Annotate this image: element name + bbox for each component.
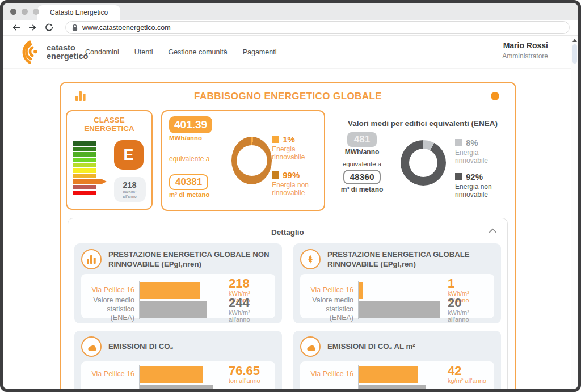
window-maximize-dot[interactable] [33, 9, 39, 15]
bar-chart: Via Pellice 16 42kg/m² all'anno Valore m… [300, 361, 494, 392]
browser-window: Catasto Energetico www.catastoenergetico… [0, 0, 581, 392]
bar-valore-medio [140, 301, 207, 318]
detail-card-co2-m2: EMISSIONI DI CO₂ AL m² Via Pellice 16 42… [293, 331, 501, 392]
logo-icon [16, 39, 44, 65]
user-role: Amministratore [502, 52, 548, 60]
detail-card-epgl-nren: PRESTAZIONE ENERGETICA GLOBALE NON RINNO… [74, 243, 282, 323]
page-scrollbar[interactable] [571, 36, 578, 389]
main-nav: Condomini Utenti Gestione comunità Pagam… [85, 36, 276, 69]
logo-text: catasto energetico [47, 44, 88, 61]
legend-renewable: 1% Energiarinnovabile [272, 134, 317, 162]
building-consumption-card: 401.39 MWh/anno equivalente a 40381 m³ d… [161, 110, 325, 211]
page-body: FABBISOGNO ENERGETICO GLOBALE CLASSE ENE… [3, 69, 578, 389]
dettaglio-title: Dettaglio [271, 228, 304, 237]
detail-card-title: EMISSIONI DI CO₂ [108, 342, 173, 351]
window-close-dot[interactable] [10, 9, 16, 15]
bar-valore-medio [359, 385, 426, 392]
browser-toolbar: www.catastoenergetico.com [3, 20, 578, 36]
enea-values: 481 MWh/anno equivalente a 48360 m³ di m… [334, 132, 390, 206]
enea-donut-chart [401, 140, 446, 186]
energy-class-badge: E [114, 140, 144, 170]
user-name: Mario Rossi [502, 41, 548, 50]
url-bar[interactable]: www.catastoenergetico.com [65, 21, 570, 34]
energy-class-scale [73, 140, 103, 202]
legend-non-renewable: 92% Energia nonrinnovabile [455, 172, 512, 199]
bar-via-pellice [140, 366, 203, 383]
tree-icon [300, 249, 321, 269]
enea-metano-unit: m³ di metano [334, 186, 390, 193]
building-equiv-label: equivalente a [169, 155, 222, 163]
cloud-icon [81, 336, 102, 357]
browser-tabstrip: Catasto Energetico [3, 3, 578, 20]
building-mwh-badge: 401.39 [169, 116, 212, 133]
legend-swatch [455, 173, 462, 180]
reload-icon[interactable] [44, 23, 54, 32]
window-minimize-dot[interactable] [22, 9, 28, 15]
scrollbar-thumb[interactable] [572, 44, 577, 64]
building-mwh-unit: MWh/anno [169, 134, 222, 141]
nav-item-pagamenti[interactable]: Pagamenti [243, 48, 277, 56]
classe-right-col: E 218 kWh/m² all'anno [114, 140, 146, 202]
status-dot [491, 92, 499, 100]
energy-value-box: 218 kWh/m² all'anno [114, 177, 146, 202]
panel-title: FABBISOGNO ENERGETICO GLOBALE [194, 91, 382, 102]
dettaglio-section: Dettaglio [68, 218, 508, 392]
building-metano-box: 40381 [169, 174, 208, 190]
site-header: catasto energetico Condomini Utenti Gest… [3, 36, 578, 69]
bar-chart-icon [81, 249, 102, 269]
building-values: 401.39 MWh/anno equivalente a 40381 m³ d… [169, 116, 222, 205]
building-metano-unit: m³ di metano [169, 191, 222, 198]
classe-energetica-card: CLASSE ENERGETICA E 218 kWh/m² all'anno [66, 110, 153, 210]
bar-valore-medio [359, 301, 440, 318]
url-text: www.catastoenergetico.com [82, 24, 171, 32]
enea-title: Valori medi per edifici equivalenti (ENE… [334, 119, 512, 128]
lock-icon [71, 24, 78, 32]
window-controls[interactable] [10, 9, 39, 15]
enea-mwh-badge: 481 [347, 132, 377, 147]
detail-cards-grid: PRESTAZIONE ENERGETICA GLOBALE NON RINNO… [68, 243, 507, 392]
tab-title: Catasto Energetico [50, 9, 108, 16]
nav-item-utenti[interactable]: Utenti [134, 48, 153, 56]
bar-chart: Via Pellice 16 1kWh/m² all'anno Valore m… [300, 274, 494, 318]
legend-renewable: 8% Energiarinnovabile [455, 138, 512, 165]
detail-card-title: PRESTAZIONE ENERGETICA GLOBALE RINNOVABI… [327, 250, 494, 269]
scrollbar-up-icon[interactable] [572, 39, 577, 42]
legend-swatch [455, 139, 462, 146]
browser-tab[interactable]: Catasto Energetico [37, 5, 120, 20]
back-icon[interactable] [11, 23, 21, 32]
enea-section: Valori medi per edifici equivalenti (ENE… [334, 110, 515, 212]
panel-title-row: FABBISOGNO ENERGETICO GLOBALE [61, 83, 515, 110]
legend-swatch [272, 171, 279, 179]
detail-card-title: EMISSIONI DI CO₂ AL m² [327, 342, 415, 351]
building-legend: 1% Energiarinnovabile 99% Energia nonrin… [272, 134, 317, 205]
summary-row: CLASSE ENERGETICA E 218 kWh/m² all'anno [61, 110, 515, 212]
enea-equiv-label: equivalente a [334, 161, 390, 167]
energy-value-unit: kWh/m² all'anno [115, 190, 145, 199]
bar-via-pellice [359, 366, 418, 383]
cloud-icon [300, 336, 321, 357]
bar-chart: Via Pellice 16 76.65ton all'anno Valore … [81, 361, 275, 392]
user-menu[interactable]: Mario Rossi Amministratore [502, 41, 548, 60]
nav-item-gestione-comunita[interactable]: Gestione comunità [168, 48, 227, 56]
classe-title: CLASSE ENERGETICA [70, 116, 148, 133]
chevron-up-icon[interactable] [489, 228, 497, 233]
bar-via-pellice [359, 282, 363, 299]
nav-item-condomini[interactable]: Condomini [85, 48, 119, 56]
legend-non-renewable: 99% Energia nonrinnovabile [272, 170, 317, 197]
detail-card-epgl-ren: PRESTAZIONE ENERGETICA GLOBALE RINNOVABI… [293, 243, 501, 323]
bar-chart-icon [75, 91, 86, 101]
detail-card-title: PRESTAZIONE ENERGETICA GLOBALE NON RINNO… [108, 250, 275, 269]
enea-mwh-unit: MWh/anno [334, 148, 390, 156]
detail-card-co2: EMISSIONI DI CO₂ Via Pellice 16 76.65ton… [74, 331, 282, 392]
energy-value: 218 [115, 180, 145, 189]
forward-icon[interactable] [28, 23, 37, 32]
building-donut-chart [231, 137, 272, 184]
fabbisogno-panel: FABBISOGNO ENERGETICO GLOBALE CLASSE ENE… [60, 82, 516, 392]
bar-via-pellice [140, 282, 200, 299]
enea-metano-box: 48360 [343, 170, 380, 184]
legend-swatch [272, 136, 279, 143]
bar-valore-medio [140, 385, 213, 392]
site-logo[interactable]: catasto energetico [16, 39, 88, 65]
bar-chart: Via Pellice 16 218kWh/m² all'anno Valore… [81, 274, 275, 318]
enea-legend: 8% Energiarinnovabile 92% Energia nonrin… [455, 138, 512, 206]
